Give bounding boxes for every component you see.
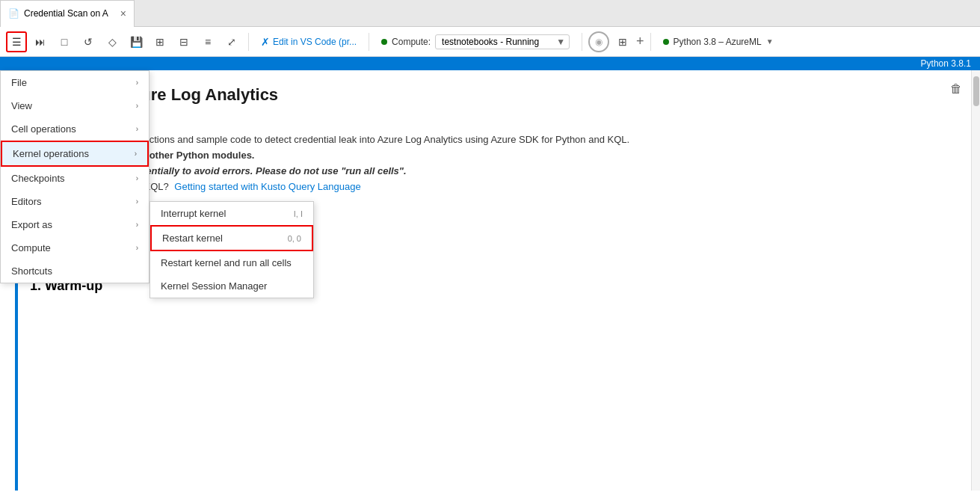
text-button[interactable]: ≡	[197, 31, 218, 52]
main-area: 🗑 ial Scan on Azure Log Analytics Notebo…	[0, 70, 980, 491]
tab-bar: 📄 Credential Scan on A ×	[0, 0, 980, 27]
menu-editors-label: Editors	[11, 196, 41, 207]
stop-button[interactable]: □	[54, 31, 75, 52]
menu-checkpoints-label: Checkpoints	[11, 173, 65, 184]
compute-area: Compute: testnotebooks - Running ▼	[375, 34, 576, 49]
menu-file-label: File	[11, 77, 27, 88]
menu-item-checkpoints[interactable]: Checkpoints ›	[1, 167, 149, 190]
interrupt-kernel-label: Interrupt kernel	[161, 208, 226, 219]
menu-export-label: Export as	[11, 219, 52, 230]
resize-icon: ⤢	[227, 36, 236, 48]
vscode-label: Edit in VS Code (pr...	[273, 37, 357, 47]
menu-file-arrow: ›	[136, 79, 138, 87]
kernel-status-dot	[663, 39, 669, 45]
tab-close-button[interactable]: ×	[120, 7, 126, 19]
menu-shortcuts-label: Shortcuts	[11, 265, 52, 277]
menu-kernel-ops-label: Kernel operations	[13, 148, 89, 159]
python-version: Python 3.8.1	[921, 58, 971, 69]
separator-3	[582, 33, 582, 51]
tab-icon: 📄	[8, 8, 19, 19]
layout-icon: ⊞	[618, 36, 627, 48]
tab-title: Credential Scan on A	[24, 8, 108, 19]
restart-kernel-label: Restart kernel	[162, 233, 223, 244]
menu-item-editors[interactable]: Editors ›	[1, 190, 149, 213]
menu-item-kernel-operations[interactable]: Kernel operations ›	[1, 141, 149, 167]
menu-compute-label: Compute	[11, 242, 51, 253]
submenu-item-restart[interactable]: Restart kernel 0, 0	[150, 225, 313, 251]
menu-kernel-ops-arrow: ›	[135, 150, 137, 158]
run-all-button[interactable]: ⏭	[30, 31, 51, 52]
table-icon: ⊞	[155, 36, 164, 48]
menu-item-view[interactable]: View ›	[1, 94, 149, 117]
save-icon: 💾	[130, 36, 143, 48]
save-button[interactable]: 💾	[126, 31, 147, 52]
menu-cell-ops-label: Cell operations	[11, 123, 76, 135]
session-manager-label: Kernel Session Manager	[161, 280, 267, 292]
vscode-icon: ✗	[261, 36, 270, 48]
notebook-tab[interactable]: 📄 Credential Scan on A ×	[0, 0, 135, 27]
menu-item-file[interactable]: File ›	[1, 71, 149, 94]
compute-status-dot	[381, 39, 387, 45]
menu-overlay: File › View › Cell operations › Kernel o…	[0, 70, 980, 491]
menu-button[interactable]: ☰	[6, 31, 27, 52]
split-icon: ⊟	[179, 36, 188, 48]
restart-icon: ↺	[84, 36, 93, 48]
separator-4	[650, 33, 651, 51]
menu-item-compute[interactable]: Compute ›	[1, 236, 149, 259]
menu-export-arrow: ›	[136, 221, 138, 229]
separator-2	[369, 33, 369, 51]
run-all-icon: ⏭	[35, 36, 46, 48]
menu-view-label: View	[11, 100, 32, 111]
kernel-dropdown-arrow: ▼	[766, 37, 774, 46]
layout-button[interactable]: ⊞	[612, 31, 633, 52]
submenu-item-interrupt[interactable]: Interrupt kernel I, I	[150, 202, 313, 225]
kernel-submenu: Interrupt kernel I, I Restart kernel 0, …	[150, 201, 314, 298]
status-bar: Python 3.8.1	[0, 57, 980, 70]
kernel-area: Python 3.8 – AzureML ▼	[657, 37, 780, 47]
restart-kernel-shortcut: 0, 0	[288, 234, 301, 243]
clear-button[interactable]: ◇	[102, 31, 123, 52]
menu-icon: ☰	[12, 36, 22, 48]
toolbar: ☰ ⏭ □ ↺ ◇ 💾 ⊞ ⊟ ≡ ⤢ ✗ Edit in VS Code (p…	[0, 27, 980, 57]
compute-label: Compute:	[392, 37, 431, 47]
add-kernel-button[interactable]: +	[636, 34, 644, 49]
interrupt-icon: ◉	[595, 37, 603, 47]
separator-1	[248, 33, 249, 51]
split-button[interactable]: ⊟	[173, 31, 194, 52]
clear-icon: ◇	[108, 36, 117, 48]
menu-cell-ops-arrow: ›	[136, 125, 138, 133]
submenu-item-session-manager[interactable]: Kernel Session Manager	[150, 274, 313, 298]
kernel-label: Python 3.8 – AzureML	[674, 37, 762, 47]
restart-run-all-label: Restart kernel and run all cells	[161, 257, 292, 268]
stop-icon: □	[61, 36, 67, 48]
interrupt-kernel-shortcut: I, I	[294, 209, 303, 218]
compute-dropdown-wrapper: testnotebooks - Running ▼	[435, 34, 570, 49]
menu-editors-arrow: ›	[136, 197, 138, 206]
compute-select[interactable]: testnotebooks - Running	[435, 34, 570, 49]
resize-button[interactable]: ⤢	[221, 31, 242, 52]
menu-checkpoints-arrow: ›	[136, 174, 138, 182]
menu-item-export-as[interactable]: Export as ›	[1, 213, 149, 236]
add-cell-bar[interactable]: +	[0, 491, 980, 495]
menu-item-shortcuts[interactable]: Shortcuts	[1, 259, 149, 283]
table-button[interactable]: ⊞	[150, 31, 170, 52]
menu-view-arrow: ›	[136, 102, 138, 110]
menu-compute-arrow: ›	[136, 244, 138, 252]
text-icon: ≡	[205, 36, 211, 48]
vscode-button[interactable]: ✗ Edit in VS Code (pr...	[255, 36, 363, 48]
primary-menu: File › View › Cell operations › Kernel o…	[0, 70, 150, 283]
submenu-item-restart-run-all[interactable]: Restart kernel and run all cells	[150, 251, 313, 274]
menu-item-cell-operations[interactable]: Cell operations ›	[1, 117, 149, 141]
interrupt-button[interactable]: ◉	[588, 31, 609, 52]
restart-button[interactable]: ↺	[78, 31, 99, 52]
